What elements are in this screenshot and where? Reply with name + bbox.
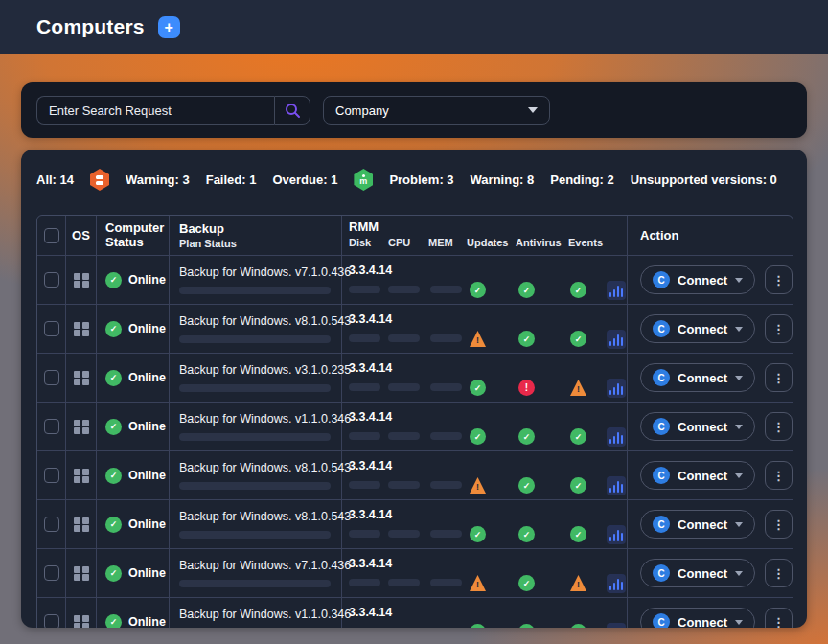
table-row: ✓ Online Backup for Windows. v8.1.0.543 … bbox=[37, 450, 793, 499]
events-status-icon: ✓ bbox=[570, 331, 586, 347]
summary-backup-warning: Warning: 3 bbox=[126, 172, 190, 187]
connect-logo-icon: C bbox=[653, 418, 670, 435]
row-menu-button[interactable]: ⋮ bbox=[765, 510, 793, 539]
mem-usage-bar bbox=[430, 432, 462, 440]
connect-button[interactable]: C Connect bbox=[640, 363, 755, 392]
connect-button[interactable]: C Connect bbox=[640, 314, 755, 343]
row-checkbox[interactable] bbox=[44, 468, 59, 483]
disk-usage-bar bbox=[349, 432, 380, 440]
col-antivirus: Antivirus bbox=[516, 237, 562, 248]
connect-button[interactable]: C Connect bbox=[640, 265, 755, 294]
add-computer-button[interactable]: + bbox=[158, 16, 180, 38]
row-menu-button[interactable]: ⋮ bbox=[765, 412, 793, 441]
rmm-version: 3.3.4.14 bbox=[349, 264, 392, 277]
disk-usage-bar bbox=[349, 530, 380, 538]
events-chart-icon[interactable] bbox=[607, 281, 626, 300]
backup-plan-name: Backup for Windows. v7.1.0.436 bbox=[179, 559, 351, 572]
backup-plan-name: Backup for Windows. v8.1.0.543 bbox=[179, 461, 351, 474]
connect-button[interactable]: C Connect bbox=[640, 461, 755, 490]
table-row: ✓ Online Backup for Windows. v1.1.0.346 … bbox=[37, 597, 793, 628]
antivirus-status-icon: ✓ bbox=[518, 331, 535, 347]
connect-logo-icon: C bbox=[653, 271, 670, 288]
events-chart-icon[interactable] bbox=[607, 379, 626, 398]
backup-plan-name: Backup for Windows. v3.1.0.235 bbox=[179, 363, 351, 377]
online-status-icon: ✓ bbox=[105, 468, 122, 484]
events-status-icon: ✓ bbox=[570, 282, 586, 298]
header-cell-rmm: RMM Disk CPU MEM Updates Antivirus Event… bbox=[342, 216, 628, 255]
summary-rmm-warning: Warning: 8 bbox=[471, 172, 535, 187]
connect-label: Connect bbox=[678, 615, 727, 629]
mem-usage-bar bbox=[430, 383, 462, 391]
chevron-down-icon bbox=[735, 278, 743, 283]
antivirus-status-icon: ✓ bbox=[518, 477, 535, 494]
chevron-down-icon bbox=[735, 571, 743, 576]
backup-plan-name: Backup for Windows. v7.1.0.436 bbox=[179, 265, 351, 279]
header-cell-backup: Backup Plan Status bbox=[170, 216, 342, 255]
summary-rmm-problem: Problem: 3 bbox=[389, 172, 453, 187]
row-checkbox[interactable] bbox=[44, 614, 59, 628]
search-input[interactable] bbox=[36, 96, 274, 125]
events-chart-icon[interactable] bbox=[607, 427, 626, 447]
events-chart-icon[interactable] bbox=[607, 330, 626, 349]
summary-rmm-pending: Pending: 2 bbox=[550, 172, 613, 187]
row-menu-button[interactable]: ⋮ bbox=[765, 559, 793, 587]
antivirus-status-icon: ✓ bbox=[518, 624, 535, 628]
events-chart-icon[interactable] bbox=[607, 476, 626, 495]
cpu-usage-bar bbox=[388, 481, 420, 489]
backup-progress-bar bbox=[179, 287, 331, 294]
antivirus-status-icon: ✓ bbox=[518, 428, 535, 445]
connect-button[interactable]: C Connect bbox=[640, 510, 755, 539]
chevron-down-icon bbox=[735, 522, 743, 527]
row-checkbox[interactable] bbox=[44, 565, 59, 581]
events-chart-icon[interactable] bbox=[607, 623, 626, 628]
updates-status-icon: ✓ bbox=[470, 428, 486, 445]
antivirus-status-icon: ! bbox=[518, 380, 535, 396]
antivirus-status-icon: ✓ bbox=[518, 575, 535, 591]
search-button[interactable] bbox=[274, 96, 310, 125]
row-menu-button[interactable]: ⋮ bbox=[765, 363, 793, 392]
col-events: Events bbox=[568, 237, 603, 248]
connect-logo-icon: C bbox=[653, 564, 670, 582]
chevron-down-icon bbox=[735, 425, 743, 429]
status-label: Online bbox=[128, 566, 166, 580]
cpu-usage-bar bbox=[388, 383, 420, 391]
row-menu-button[interactable]: ⋮ bbox=[765, 265, 793, 294]
table-row: ✓ Online Backup for Windows. v8.1.0.543 … bbox=[37, 304, 793, 353]
connect-button[interactable]: C Connect bbox=[640, 412, 755, 441]
disk-usage-bar bbox=[349, 579, 380, 586]
events-status-icon: ✓ bbox=[570, 526, 586, 542]
row-checkbox[interactable] bbox=[44, 370, 59, 385]
table-row: ✓ Online Backup for Windows. v7.1.0.436 … bbox=[37, 548, 793, 597]
summary-backup-overdue: Overdue: 1 bbox=[272, 172, 337, 187]
chevron-down-icon bbox=[735, 376, 743, 380]
row-menu-button[interactable]: ⋮ bbox=[765, 608, 793, 628]
row-checkbox[interactable] bbox=[44, 517, 59, 532]
table-row: ✓ Online Backup for Windows. v1.1.0.346 … bbox=[37, 402, 793, 450]
connect-button[interactable]: C Connect bbox=[640, 608, 755, 628]
summary-all: All: 14 bbox=[36, 172, 74, 187]
select-all-checkbox[interactable] bbox=[44, 228, 59, 243]
header-cell-os: OS bbox=[66, 216, 97, 255]
online-status-icon: ✓ bbox=[105, 370, 122, 386]
backup-plan-name: Backup for Windows. v8.1.0.543 bbox=[179, 510, 351, 523]
updates-status-icon: ! bbox=[470, 331, 486, 347]
row-menu-button[interactable]: ⋮ bbox=[765, 314, 793, 343]
connect-button[interactable]: C Connect bbox=[640, 559, 755, 587]
status-label: Online bbox=[128, 273, 166, 287]
events-chart-icon[interactable] bbox=[607, 574, 626, 593]
backup-progress-bar bbox=[179, 433, 331, 441]
events-status-icon: ✓ bbox=[570, 624, 586, 628]
company-filter-label: Company bbox=[335, 104, 389, 118]
col-disk: Disk bbox=[349, 237, 371, 248]
mem-usage-bar bbox=[430, 579, 462, 586]
row-checkbox[interactable] bbox=[44, 272, 59, 288]
row-menu-button[interactable]: ⋮ bbox=[765, 461, 793, 490]
backup-progress-bar bbox=[179, 335, 331, 343]
row-checkbox[interactable] bbox=[44, 321, 59, 336]
table-row: ✓ Online Backup for Windows. v8.1.0.543 … bbox=[37, 499, 793, 548]
search-group bbox=[36, 96, 310, 125]
row-checkbox[interactable] bbox=[44, 419, 59, 434]
company-filter-dropdown[interactable]: Company bbox=[323, 96, 550, 125]
disk-usage-bar bbox=[349, 334, 380, 342]
events-chart-icon[interactable] bbox=[607, 525, 626, 544]
